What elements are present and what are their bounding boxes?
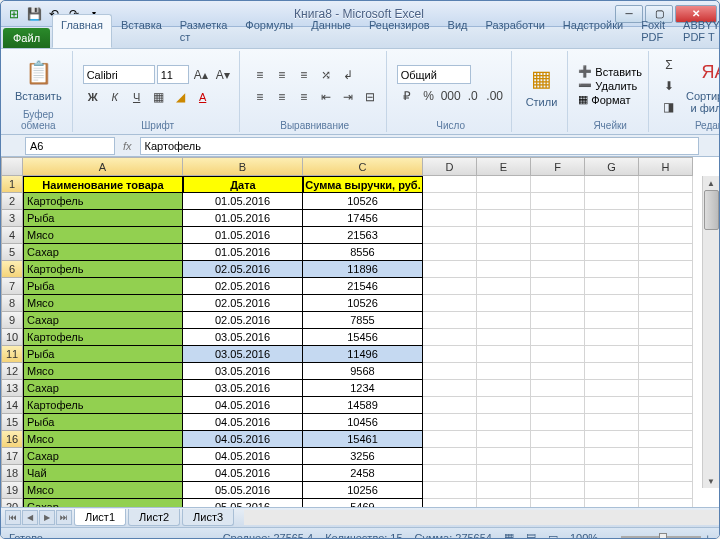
cell[interactable]	[531, 312, 585, 329]
sheet-nav-last[interactable]: ⏭	[56, 510, 72, 525]
cell[interactable]	[423, 363, 477, 380]
file-tab[interactable]: Файл	[3, 28, 50, 48]
cell[interactable]: 02.05.2016	[183, 312, 303, 329]
cell[interactable]	[477, 414, 531, 431]
cell[interactable]: 05.05.2016	[183, 482, 303, 499]
cell[interactable]	[531, 465, 585, 482]
row-header[interactable]: 12	[1, 363, 23, 380]
cell[interactable]: Рыба	[23, 414, 183, 431]
cell[interactable]: 10526	[303, 193, 423, 210]
cell[interactable]	[639, 465, 693, 482]
cell[interactable]: 2458	[303, 465, 423, 482]
cell[interactable]	[585, 312, 639, 329]
cell[interactable]	[477, 227, 531, 244]
cell[interactable]	[531, 227, 585, 244]
ribbon-tab-0[interactable]: Главная	[52, 14, 112, 48]
merge-icon[interactable]: ⊟	[360, 87, 380, 107]
cell[interactable]	[423, 499, 477, 507]
cell[interactable]	[531, 261, 585, 278]
cell[interactable]	[585, 380, 639, 397]
cell[interactable]	[531, 210, 585, 227]
cell[interactable]	[477, 261, 531, 278]
align-top-icon[interactable]: ≡	[250, 65, 270, 85]
cell[interactable]: 04.05.2016	[183, 397, 303, 414]
align-left-icon[interactable]: ≡	[250, 87, 270, 107]
cell[interactable]: 15456	[303, 329, 423, 346]
cell[interactable]	[639, 329, 693, 346]
cell[interactable]	[531, 448, 585, 465]
sheet-tab[interactable]: Лист3	[182, 509, 234, 526]
cell[interactable]: 04.05.2016	[183, 431, 303, 448]
cell[interactable]	[639, 312, 693, 329]
cell[interactable]	[531, 244, 585, 261]
cell[interactable]: 04.05.2016	[183, 414, 303, 431]
cell[interactable]	[423, 312, 477, 329]
cell[interactable]: Рыба	[23, 278, 183, 295]
cell[interactable]	[477, 329, 531, 346]
cell[interactable]	[585, 176, 639, 193]
row-header[interactable]: 10	[1, 329, 23, 346]
column-header-E[interactable]: E	[477, 157, 531, 176]
cell[interactable]	[639, 482, 693, 499]
cell[interactable]: Наименование товара	[23, 176, 183, 193]
cell[interactable]: Мясо	[23, 482, 183, 499]
cell[interactable]: 02.05.2016	[183, 261, 303, 278]
cell[interactable]	[585, 414, 639, 431]
cell[interactable]	[477, 482, 531, 499]
cell[interactable]: 03.05.2016	[183, 346, 303, 363]
sheet-nav-prev[interactable]: ◀	[22, 510, 38, 525]
bold-button[interactable]: Ж	[83, 87, 103, 107]
cell[interactable]	[423, 278, 477, 295]
cell[interactable]	[639, 193, 693, 210]
cell[interactable]: Мясо	[23, 295, 183, 312]
cell[interactable]	[423, 448, 477, 465]
row-header[interactable]: 17	[1, 448, 23, 465]
cell[interactable]	[585, 482, 639, 499]
cell[interactable]	[639, 397, 693, 414]
cell[interactable]	[423, 380, 477, 397]
cell[interactable]: 01.05.2016	[183, 244, 303, 261]
cell[interactable]	[531, 295, 585, 312]
zoom-out-icon[interactable]: −	[610, 532, 616, 540]
cell[interactable]: Сумма выручки, руб.	[303, 176, 423, 193]
scroll-down-icon[interactable]: ▼	[703, 474, 719, 488]
cell[interactable]	[423, 227, 477, 244]
ribbon-tab-10[interactable]: ABBYY PDF T	[674, 14, 720, 48]
cell[interactable]: 11896	[303, 261, 423, 278]
cell[interactable]: 03.05.2016	[183, 329, 303, 346]
fx-icon[interactable]: fx	[123, 140, 132, 152]
cell[interactable]: Рыба	[23, 210, 183, 227]
cell[interactable]	[477, 193, 531, 210]
cell[interactable]	[423, 346, 477, 363]
cell[interactable]: Сахар	[23, 499, 183, 507]
cell[interactable]	[531, 176, 585, 193]
cell[interactable]	[585, 431, 639, 448]
cell[interactable]	[639, 278, 693, 295]
cell[interactable]: Мясо	[23, 227, 183, 244]
comma-icon[interactable]: 000	[441, 86, 461, 106]
sheet-tab[interactable]: Лист1	[74, 509, 126, 526]
cell[interactable]	[531, 499, 585, 507]
sort-filter-button[interactable]: ЯА Сортировка и фильтр	[682, 56, 720, 116]
cell[interactable]: 21546	[303, 278, 423, 295]
cell[interactable]: 3256	[303, 448, 423, 465]
format-button[interactable]: ▦Формат	[578, 93, 642, 106]
cell[interactable]	[423, 397, 477, 414]
cell[interactable]	[477, 312, 531, 329]
formula-input[interactable]: Картофель	[140, 137, 699, 155]
align-bottom-icon[interactable]: ≡	[294, 65, 314, 85]
cell[interactable]: Мясо	[23, 363, 183, 380]
zoom-in-icon[interactable]: +	[705, 532, 711, 540]
wrap-text-icon[interactable]: ↲	[338, 65, 358, 85]
cell[interactable]	[585, 261, 639, 278]
cell[interactable]	[585, 465, 639, 482]
column-header-B[interactable]: B	[183, 157, 303, 176]
increase-decimal-icon[interactable]: .0	[463, 86, 483, 106]
decrease-font-icon[interactable]: A▾	[213, 65, 233, 85]
row-header[interactable]: 16	[1, 431, 23, 448]
column-header-C[interactable]: C	[303, 157, 423, 176]
cell[interactable]	[531, 482, 585, 499]
cell[interactable]	[585, 448, 639, 465]
row-header[interactable]: 20	[1, 499, 23, 507]
row-header[interactable]: 3	[1, 210, 23, 227]
